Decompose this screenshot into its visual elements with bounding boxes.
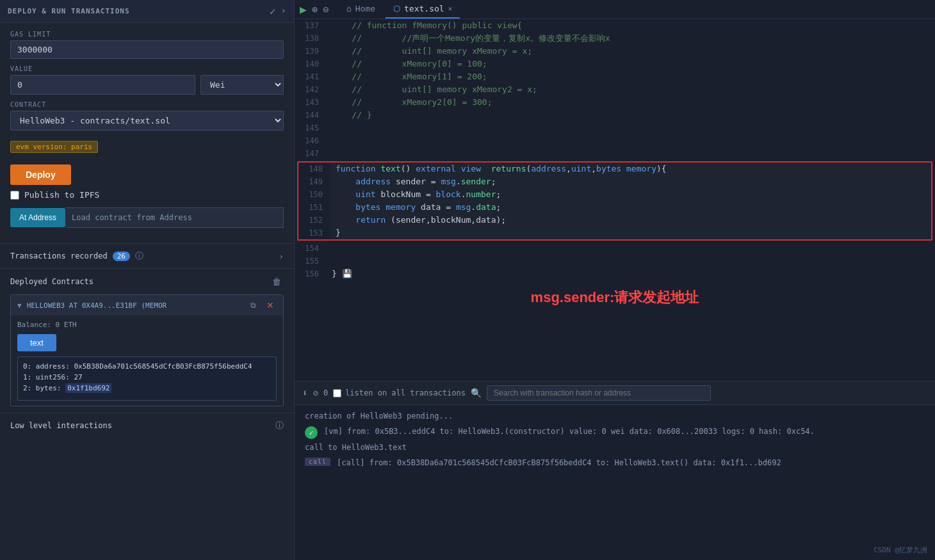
evm-badge: evm version: paris xyxy=(10,141,98,153)
line-content-156: } 💾 xyxy=(327,268,935,280)
line-content-144: // } xyxy=(327,109,935,122)
sidebar-title: DEPLOY & RUN TRANSACTIONS xyxy=(8,7,270,15)
value-label: VALUE xyxy=(10,65,284,72)
contract-group: CONTRACT HelloWeb3 - contracts/text.sol xyxy=(10,101,284,131)
sidebar-header-icons: ✓ › xyxy=(270,5,286,17)
line-content-147 xyxy=(327,147,935,160)
contract-instance-header[interactable]: ▼ HELLOWEB3 AT 0X4A9...E31BF (MEMOR ⧉ ✕ xyxy=(11,295,283,316)
text-button[interactable]: text xyxy=(17,334,56,351)
search-input[interactable] xyxy=(487,385,711,401)
deploy-area: Deploy xyxy=(10,159,284,190)
deployed-title: Deployed Contracts xyxy=(10,277,270,286)
console-pending: creation of HelloWeb3 pending... xyxy=(305,412,925,420)
bottom-toolbar: ⬇ ⊘ 0 listen on all transactions 🔍 xyxy=(295,381,935,405)
code-line-137: 137 // function fMemory() public view{ xyxy=(295,19,935,32)
transactions-header[interactable]: Transactions recorded 26 ⓘ › xyxy=(10,250,284,262)
vm-log-text: [vm] from: 0x5B3...eddC4 to: HelloWeb3.(… xyxy=(324,426,815,437)
vm-log-content: [vm] from: 0x5B3...eddC4 to: HelloWeb3.(… xyxy=(324,427,815,436)
line-content-142: // uint[] memory xMemory2 = x; xyxy=(327,83,935,96)
line-content-137: // function fMemory() public view{ xyxy=(327,19,935,32)
stop-icon[interactable]: ⊘ xyxy=(313,388,318,398)
transactions-section: Transactions recorded 26 ⓘ › xyxy=(0,243,294,268)
listen-checkbox-area: listen on all transactions xyxy=(333,388,466,397)
balance-text: Balance: 0 ETH xyxy=(17,321,277,329)
line-num-145: 145 xyxy=(295,122,327,134)
count-badge: 0 xyxy=(323,388,328,397)
code-lines: 137 // function fMemory() public view{ 1… xyxy=(295,19,935,315)
gas-limit-input[interactable] xyxy=(10,40,284,59)
result-2-label: 2: bytes: xyxy=(23,384,61,392)
arrow-right-icon[interactable]: › xyxy=(281,5,286,17)
run-icon[interactable]: ▶ xyxy=(300,3,307,16)
tab-close-icon[interactable]: ✕ xyxy=(448,4,453,13)
code-line-148: 148 function text() external view return… xyxy=(298,163,931,175)
contract-select[interactable]: HelloWeb3 - contracts/text.sol xyxy=(10,111,284,131)
at-address-area: At Address Load contract from Address xyxy=(10,207,284,228)
check-icon: ✓ xyxy=(270,5,276,17)
console-output: creation of HelloWeb3 pending... ✓ [vm] … xyxy=(295,405,935,560)
line-num-155: 155 xyxy=(295,255,327,268)
line-num-138: 138 xyxy=(295,32,327,45)
code-line-138: 138 // //声明一个Memory的变量，复制x。修改变量不会影响x xyxy=(295,32,935,45)
console-call-to-text: call to HelloWeb3.text xyxy=(305,443,925,452)
code-line-155: 155 xyxy=(295,255,935,268)
line-num-153: 153 xyxy=(298,227,330,239)
line-num-142: 142 xyxy=(295,83,327,96)
chevron-right-icon: › xyxy=(279,252,284,261)
tab-file-label: text.sol xyxy=(404,4,444,13)
line-content-150: uint blockNum = block.number; xyxy=(330,188,931,201)
copy-icon[interactable]: ⧉ xyxy=(248,300,259,311)
sidebar: DEPLOY & RUN TRANSACTIONS ✓ › GAS LIMIT … xyxy=(0,0,295,560)
line-content-141: // xMemory[1] = 200; xyxy=(327,70,935,83)
bottom-panel: ⬇ ⊘ 0 listen on all transactions 🔍 creat… xyxy=(295,381,935,560)
line-num-143: 143 xyxy=(295,96,327,109)
code-line-142: 142 // uint[] memory xMemory2 = x; xyxy=(295,83,935,96)
load-contract-text[interactable]: Load contract from Address xyxy=(65,207,284,228)
zoom-out-icon[interactable]: ⊖ xyxy=(323,4,329,15)
line-num-137: 137 xyxy=(295,19,327,32)
arrow-down-icon[interactable]: ⬇ xyxy=(302,388,307,398)
line-content-146 xyxy=(327,134,935,147)
line-content-153: } xyxy=(330,227,931,239)
value-unit-select[interactable]: Wei Gwei Finney Ether xyxy=(200,75,284,95)
line-content-151: bytes memory data = msg.data; xyxy=(330,201,931,214)
line-num-151: 151 xyxy=(298,201,330,214)
line-content-149: address sender = msg.sender; xyxy=(330,175,931,188)
contract-chevron-icon: ▼ xyxy=(17,301,22,310)
contract-instance-name: HELLOWEB3 AT 0X4A9...E31BF (MEMOR xyxy=(27,301,243,310)
tab-home[interactable]: ⌂ Home xyxy=(339,0,383,19)
contract-label: CONTRACT xyxy=(10,101,284,108)
remove-icon[interactable]: ✕ xyxy=(264,299,277,312)
listen-checkbox[interactable] xyxy=(333,389,341,397)
deploy-button[interactable]: Deploy xyxy=(10,164,71,185)
low-level-title: Low level interactions xyxy=(10,421,112,430)
value-input[interactable] xyxy=(10,75,195,95)
line-num-147: 147 xyxy=(295,147,327,160)
publish-ipfs-label: Publish to IPFS xyxy=(24,190,99,200)
trash-icon[interactable]: 🗑 xyxy=(270,275,284,288)
tab-file[interactable]: ⬡ text.sol ✕ xyxy=(386,0,460,19)
at-address-button[interactable]: At Address xyxy=(10,208,65,227)
code-line-156: 156 } 💾 xyxy=(295,268,935,280)
low-level-info-icon: ⓘ xyxy=(275,420,284,431)
line-num-146: 146 xyxy=(295,134,327,147)
low-level-section: Low level interactions ⓘ xyxy=(0,413,294,438)
watermark: CSDN @忆梦九洲 xyxy=(874,545,927,555)
line-content-139: // uint[] memory xMemory = x; xyxy=(327,45,935,58)
zoom-in-icon[interactable]: ⊕ xyxy=(312,4,318,15)
line-content-145 xyxy=(327,122,935,134)
line-num-140: 140 xyxy=(295,58,327,70)
line-content-155 xyxy=(327,255,935,268)
publish-ipfs-checkbox[interactable] xyxy=(10,191,19,200)
code-line-152: 152 return (sender,blockNum,data); xyxy=(298,214,931,227)
info-icon: ⓘ xyxy=(135,250,143,262)
sidebar-form: GAS LIMIT VALUE Wei Gwei Finney Ether CO… xyxy=(0,23,294,243)
gas-limit-label: GAS LIMIT xyxy=(10,31,284,38)
transactions-count-badge: 26 xyxy=(113,252,130,261)
tab-bar-icons: ▶ ⊕ ⊖ xyxy=(300,3,329,16)
code-line-147: 147 xyxy=(295,147,935,160)
publish-ipfs-row: Publish to IPFS xyxy=(10,190,284,200)
code-line-149: 149 address sender = msg.sender; xyxy=(298,175,931,188)
tab-bar: ▶ ⊕ ⊖ ⌂ Home ⬡ text.sol ✕ xyxy=(295,0,935,19)
tab-home-label: Home xyxy=(355,4,375,13)
